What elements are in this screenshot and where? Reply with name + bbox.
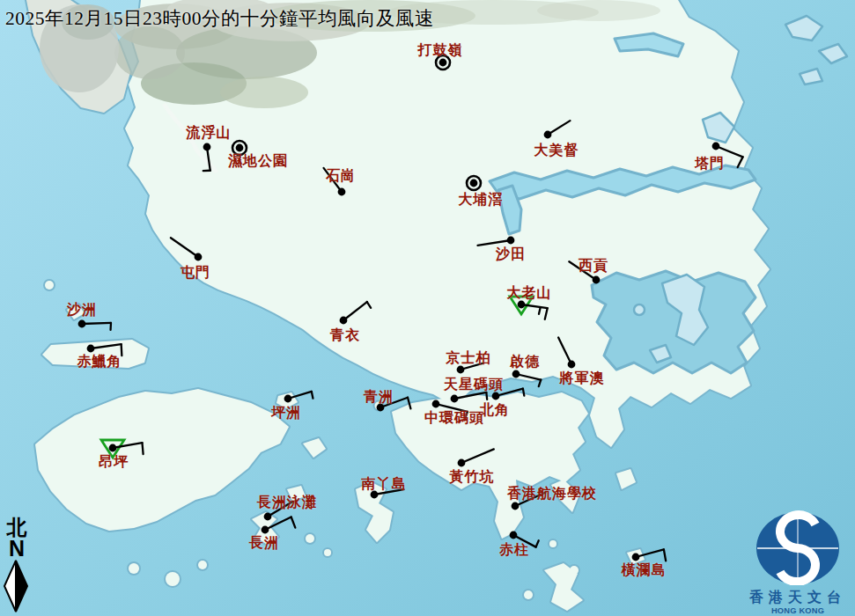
- station-label-tseung-kwan-o: 將軍澳: [560, 370, 605, 388]
- station-kai-tak: [512, 370, 542, 387]
- north-arrow-icon: [2, 559, 32, 613]
- station-label-lamma-island: 南丫島: [362, 475, 407, 494]
- station-label-wetland-park: 濕地公園: [228, 152, 288, 171]
- station-dot: [507, 237, 515, 245]
- station-label-chek-lap-kok: 赤鱲角: [77, 353, 122, 371]
- station-label-waglan-island: 橫瀾島: [622, 561, 667, 580]
- station-tseung-kwan-o: [558, 337, 575, 368]
- wind-map: 2025年12月15日23時00分的十分鐘平均風向及風速 打鼓嶺流浮山濕地公園石…: [0, 0, 855, 616]
- station-label-tuen-mun: 屯門: [181, 264, 210, 282]
- station-dot: [512, 370, 520, 378]
- station-dot: [284, 395, 292, 403]
- station-tai-mei-tuk: [544, 121, 571, 138]
- station-label-north-point: 北角: [480, 401, 510, 420]
- station-wong-chuk-hang: [458, 449, 494, 466]
- station-label-star-ferry: 天星碼頭: [444, 376, 504, 394]
- station-label-central-pier: 中環碼頭: [424, 409, 484, 428]
- station-label-kai-tak: 啟德: [510, 353, 540, 371]
- station-dot: [439, 59, 447, 67]
- station-dot: [87, 345, 95, 353]
- station-dot: [78, 320, 86, 328]
- station-dot: [712, 143, 720, 150]
- station-label-sha-chau: 沙洲: [67, 301, 97, 319]
- station-label-tap-mun: 塔門: [695, 155, 725, 173]
- hko-logo-icon: [742, 508, 853, 585]
- station-label-kings-park: 京士柏: [446, 349, 491, 368]
- station-label-ta-kwu-ling: 打鼓嶺: [418, 41, 463, 60]
- station-label-stanley: 赤柱: [499, 541, 529, 560]
- station-sha-tin: [477, 237, 514, 246]
- hko-logo-english: HONG KONG OBSERVATORY: [742, 605, 853, 616]
- station-label-shek-kong: 石崗: [326, 167, 356, 186]
- north-letter-label: N: [2, 539, 32, 559]
- station-label-sai-kung: 西貢: [579, 257, 608, 275]
- station-label-sha-tin: 沙田: [496, 246, 526, 264]
- station-label-tai-po-kau: 大埔滘: [459, 191, 504, 209]
- station-label-cheung-chau-beach: 長洲泳灘: [257, 494, 317, 512]
- station-dot: [338, 188, 346, 196]
- station-dot: [451, 395, 459, 403]
- station-waglan-island: [632, 549, 667, 561]
- station-dot: [470, 180, 478, 187]
- station-lau-fau-shan: [203, 143, 211, 172]
- station-dot: [568, 361, 576, 369]
- station-label-tsing-yi: 青衣: [330, 326, 360, 345]
- station-dot: [264, 513, 272, 521]
- station-label-green-island: 青洲: [364, 388, 394, 407]
- station-label-lau-fau-shan: 流浮山: [187, 124, 232, 143]
- station-tsing-yi: [340, 302, 372, 324]
- station-label-cheung-chau: 長洲: [249, 534, 279, 553]
- station-label-tai-mei-tuk: 大美督: [534, 142, 579, 160]
- station-dot: [632, 554, 640, 561]
- stations-layer: [0, 0, 855, 616]
- station-dot: [544, 131, 552, 139]
- station-dot: [512, 502, 520, 510]
- station-sha-chau: [78, 320, 111, 330]
- station-label-peng-chau: 坪洲: [271, 404, 301, 422]
- hko-logo-chinese: 香港天文台: [742, 590, 853, 605]
- station-label-tates-cairn: 大老山: [507, 284, 552, 303]
- station-label-hk-sea-school: 香港航海學校: [507, 485, 597, 503]
- station-dot: [236, 144, 244, 152]
- station-dot: [203, 143, 211, 151]
- station-dot: [195, 253, 203, 261]
- station-dot: [340, 317, 348, 325]
- station-dot: [458, 459, 466, 467]
- station-dot: [109, 444, 117, 452]
- north-compass: 北 N: [2, 517, 32, 616]
- station-label-ngong-ping: 昂坪: [99, 453, 129, 472]
- map-title: 2025年12月15日23時00分的十分鐘平均風向及風速: [5, 5, 434, 31]
- station-dot: [510, 532, 518, 539]
- hko-logo: 香港天文台 HONG KONG OBSERVATORY: [742, 508, 853, 613]
- station-tai-po-kau: [467, 176, 481, 190]
- station-dot: [262, 526, 269, 534]
- station-label-wong-chuk-hang: 黃竹坑: [450, 468, 495, 487]
- station-dot: [593, 276, 601, 284]
- station-tuen-mun: [171, 238, 203, 260]
- station-dot: [432, 400, 440, 408]
- station-peng-chau: [284, 392, 313, 403]
